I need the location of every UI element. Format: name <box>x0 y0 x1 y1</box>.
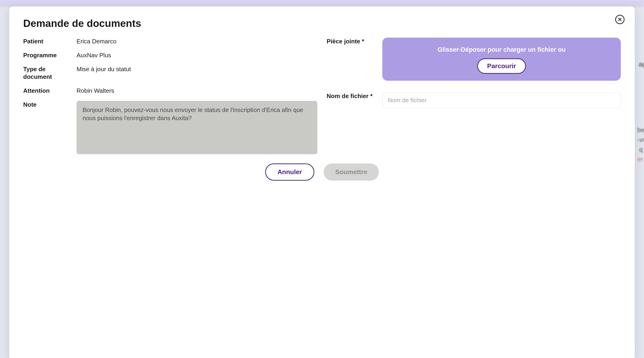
upload-column: Pièce jointe * Glisser-Déposer pour char… <box>327 37 621 154</box>
dropzone-text: Glisser-Déposer pour charger un fichier … <box>388 45 615 54</box>
close-icon <box>618 17 622 21</box>
browse-button[interactable]: Parcourir <box>477 58 526 74</box>
program-value: AuxNav Plus <box>76 51 317 59</box>
file-dropzone[interactable]: Glisser-Déposer pour charger un fichier … <box>382 37 621 81</box>
modal-content: Patient Erica Demarco Programme AuxNav P… <box>23 37 621 154</box>
details-column: Patient Erica Demarco Programme AuxNav P… <box>23 37 317 154</box>
program-label: Programme <box>23 51 74 59</box>
modal-actions: Annuler Soumettre <box>23 163 621 181</box>
modal-title: Demande de documents <box>23 18 621 29</box>
close-button[interactable] <box>615 15 624 24</box>
attention-label: Attention <box>23 87 74 95</box>
document-type-label: Type de document <box>23 65 74 81</box>
note-value: Bonjour Robin, pouvez-vous nous envoyer … <box>76 101 317 154</box>
attachment-label: Pièce jointe * <box>327 37 378 45</box>
document-type-value: Mise à jour du statut <box>76 65 317 73</box>
document-request-modal: Demande de documents Patient Erica Demar… <box>9 6 635 358</box>
patient-value: Erica Demarco <box>76 37 317 45</box>
submit-button[interactable]: Soumettre <box>324 163 379 181</box>
attention-value: Robin Walters <box>76 87 317 95</box>
note-label: Note <box>23 101 74 109</box>
filename-input[interactable] <box>382 92 621 108</box>
cancel-button[interactable]: Annuler <box>265 163 314 181</box>
filename-label: Nom de fichier * <box>327 92 378 100</box>
patient-label: Patient <box>23 37 74 45</box>
